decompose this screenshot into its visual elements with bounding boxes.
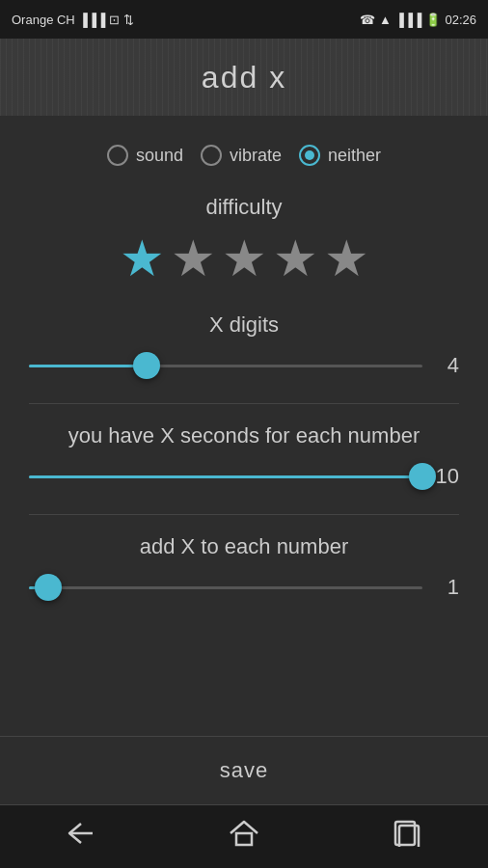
status-right: ☎ ▲ ▐▐▐ 🔋 02:26 bbox=[360, 13, 476, 27]
add-x-value: 1 bbox=[436, 575, 459, 600]
main-content: sound vibrate neither difficulty ★ ★ ★ ★… bbox=[0, 116, 488, 644]
radio-option-neither[interactable]: neither bbox=[299, 145, 381, 166]
x-digits-fill bbox=[29, 365, 147, 367]
seconds-label: you have X seconds for each number bbox=[29, 423, 459, 448]
seconds-slider-wrapper[interactable] bbox=[29, 462, 422, 491]
add-x-track bbox=[29, 586, 422, 589]
back-button[interactable] bbox=[66, 820, 96, 854]
star-4[interactable]: ★ bbox=[273, 233, 318, 284]
star-3[interactable]: ★ bbox=[222, 233, 267, 284]
divider-2 bbox=[29, 514, 459, 515]
page-title: add x bbox=[202, 60, 286, 95]
notification-radio-group: sound vibrate neither bbox=[29, 145, 459, 166]
x-digits-slider-row: 4 bbox=[29, 351, 459, 380]
add-x-slider-wrapper[interactable] bbox=[29, 573, 422, 602]
add-x-slider-row: 1 bbox=[29, 573, 459, 602]
add-x-section: add X to each number 1 bbox=[29, 534, 459, 602]
svg-rect-1 bbox=[236, 833, 252, 845]
star-1[interactable]: ★ bbox=[120, 233, 165, 284]
data-icon: ⇅ bbox=[123, 13, 134, 27]
save-button-container: save bbox=[0, 736, 488, 805]
x-digits-slider-wrapper[interactable] bbox=[29, 351, 422, 380]
signal-bars-icon: ▐▐▐ bbox=[395, 13, 422, 27]
status-left: Orange CH ▐▐▐ ⊡ ⇅ bbox=[12, 13, 134, 27]
divider-1 bbox=[29, 403, 459, 404]
seconds-fill bbox=[29, 475, 422, 478]
status-bar: Orange CH ▐▐▐ ⊡ ⇅ ☎ ▲ ▐▐▐ 🔋 02:26 bbox=[0, 0, 488, 39]
x-digits-section: X digits 4 bbox=[29, 312, 459, 380]
seconds-track bbox=[29, 475, 422, 478]
add-x-thumb[interactable] bbox=[35, 574, 62, 601]
signal-icon: ▐▐▐ bbox=[79, 13, 106, 27]
x-digits-value: 4 bbox=[436, 353, 459, 378]
wifi-icon: ▲ bbox=[379, 13, 392, 27]
home-button[interactable] bbox=[229, 818, 259, 855]
radio-label-neither: neither bbox=[328, 146, 381, 166]
sim-icon: ⊡ bbox=[109, 13, 120, 27]
phone-icon: ☎ bbox=[360, 13, 375, 27]
radio-option-vibrate[interactable]: vibrate bbox=[201, 145, 282, 166]
seconds-slider-row: 10 bbox=[29, 462, 459, 491]
carrier-text: Orange CH bbox=[12, 13, 75, 27]
battery-icon: 🔋 bbox=[425, 13, 441, 27]
seconds-value: 10 bbox=[436, 464, 459, 489]
radio-circle-sound[interactable] bbox=[107, 145, 128, 166]
radio-circle-vibrate[interactable] bbox=[201, 145, 222, 166]
difficulty-label: difficulty bbox=[29, 195, 459, 220]
x-digits-thumb[interactable] bbox=[133, 352, 160, 379]
x-digits-track bbox=[29, 365, 422, 367]
seconds-thumb[interactable] bbox=[409, 463, 436, 490]
bottom-nav bbox=[0, 805, 488, 868]
title-bar: add x bbox=[0, 39, 488, 116]
radio-circle-neither[interactable] bbox=[299, 145, 320, 166]
time-display: 02:26 bbox=[445, 13, 476, 27]
radio-option-sound[interactable]: sound bbox=[107, 145, 183, 166]
star-5[interactable]: ★ bbox=[324, 233, 369, 284]
x-digits-label: X digits bbox=[29, 312, 459, 338]
difficulty-stars: ★ ★ ★ ★ ★ bbox=[29, 233, 459, 284]
star-2[interactable]: ★ bbox=[171, 233, 216, 284]
recents-button[interactable] bbox=[392, 820, 422, 854]
save-button[interactable]: save bbox=[0, 737, 488, 804]
radio-label-sound: sound bbox=[136, 146, 183, 166]
add-x-label: add X to each number bbox=[29, 534, 459, 559]
seconds-section: you have X seconds for each number 10 bbox=[29, 423, 459, 491]
radio-label-vibrate: vibrate bbox=[230, 146, 282, 166]
